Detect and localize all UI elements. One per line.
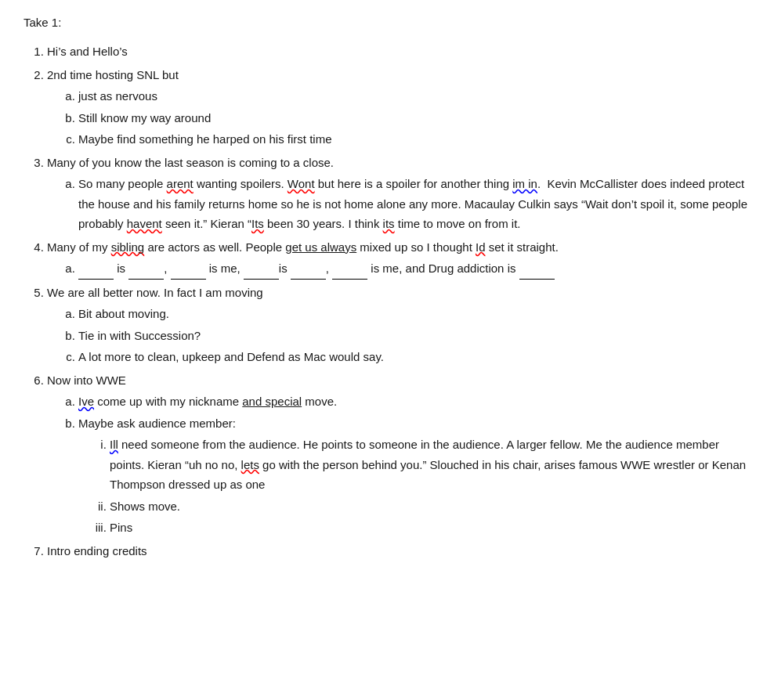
list-item: So many people arent wanting spoilers. W… — [78, 174, 750, 234]
item-text: Maybe ask audience member: — [78, 417, 236, 430]
sub-list: Ive come up with my nickname and special… — [47, 391, 750, 538]
item-text: is , is me, is , is me, and Drug addicti… — [78, 262, 555, 275]
list-item: Maybe find something he harped on his fi… — [78, 129, 750, 150]
spell-error: lets — [241, 458, 259, 471]
spell-error: Ive — [78, 395, 94, 408]
page-title: Take 1: — [24, 16, 750, 29]
list-item: Still know my way around — [78, 108, 750, 128]
list-item: 2nd time hosting SNL but just as nervous… — [47, 65, 750, 150]
item-text: We are all better now. In fact I am movi… — [47, 286, 263, 299]
list-item: Bit about moving. — [78, 304, 750, 324]
item-text: Ill need someone from the audience. He p… — [110, 438, 746, 491]
list-item: Shows move. — [110, 496, 750, 517]
item-text: Maybe find something he harped on his fi… — [78, 132, 332, 146]
list-item: Intro ending credits — [47, 541, 750, 561]
blank-field — [291, 258, 326, 280]
underlined-text: and special — [242, 395, 302, 408]
blank-field — [244, 258, 279, 280]
list-item: just as nervous — [78, 86, 750, 106]
item-text: Shows move. — [110, 500, 180, 513]
item-text: Intro ending credits — [47, 544, 147, 557]
list-item: A lot more to clean, upkeep and Defend a… — [78, 347, 750, 367]
blank-field — [171, 258, 206, 280]
spell-error: arent — [167, 177, 194, 190]
item-text: Still know my way around — [78, 111, 211, 124]
spell-error: Id — [476, 240, 486, 254]
list-item: Ill need someone from the audience. He p… — [110, 435, 750, 495]
list-item: Now into WWE Ive come up with my nicknam… — [47, 370, 750, 538]
sub-list: just as nervous Still know my way around… — [47, 86, 750, 150]
item-text: Now into WWE — [47, 373, 126, 387]
list-item: We are all better now. In fact I am movi… — [47, 283, 750, 367]
list-item: is , is me, is , is me, and Drug addicti… — [78, 258, 750, 280]
item-text: Hi’s and Hello’s — [47, 45, 128, 58]
blank-field — [519, 258, 555, 280]
list-item: Hi’s and Hello’s — [47, 41, 750, 62]
list-item: Many of you know the last season is comi… — [47, 153, 750, 234]
spell-error: Wont — [288, 177, 315, 190]
sub-sub-list: Ill need someone from the audience. He p… — [78, 435, 750, 538]
main-list: Hi’s and Hello’s 2nd time hosting SNL bu… — [24, 41, 750, 561]
spell-error: sibling — [111, 240, 145, 254]
spell-error: im in — [512, 177, 537, 190]
blank-field — [78, 258, 114, 280]
spell-error: Ill — [110, 438, 118, 451]
item-text: Pins — [110, 521, 132, 534]
spell-error: havent — [127, 217, 162, 230]
underlined-text: get us always — [285, 240, 356, 254]
list-item: Tie in with Succession? — [78, 326, 750, 346]
list-item: Pins — [110, 518, 750, 538]
spell-error: Its — [251, 217, 264, 230]
list-item: Maybe ask audience member: Ill need some… — [78, 413, 750, 538]
item-text: just as nervous — [78, 89, 157, 103]
blank-field — [128, 258, 164, 280]
item-text: Many of my sibling are actors as well. P… — [47, 240, 559, 254]
item-text: Ive come up with my nickname and special… — [78, 395, 337, 408]
item-text: Tie in with Succession? — [78, 329, 201, 342]
list-item: Many of my sibling are actors as well. P… — [47, 237, 750, 280]
item-text: So many people arent wanting spoilers. W… — [78, 177, 747, 230]
sub-list: is , is me, is , is me, and Drug addicti… — [47, 258, 750, 280]
item-text: Bit about moving. — [78, 307, 169, 320]
sub-list: Bit about moving. Tie in with Succession… — [47, 304, 750, 367]
item-text: Many of you know the last season is comi… — [47, 156, 334, 169]
item-text: A lot more to clean, upkeep and Defend a… — [78, 350, 384, 363]
spell-error: its — [383, 217, 395, 230]
sub-list: So many people arent wanting spoilers. W… — [47, 174, 750, 234]
list-item: Ive come up with my nickname and special… — [78, 391, 750, 412]
item-text: 2nd time hosting SNL but — [47, 68, 179, 81]
blank-field — [332, 258, 367, 280]
